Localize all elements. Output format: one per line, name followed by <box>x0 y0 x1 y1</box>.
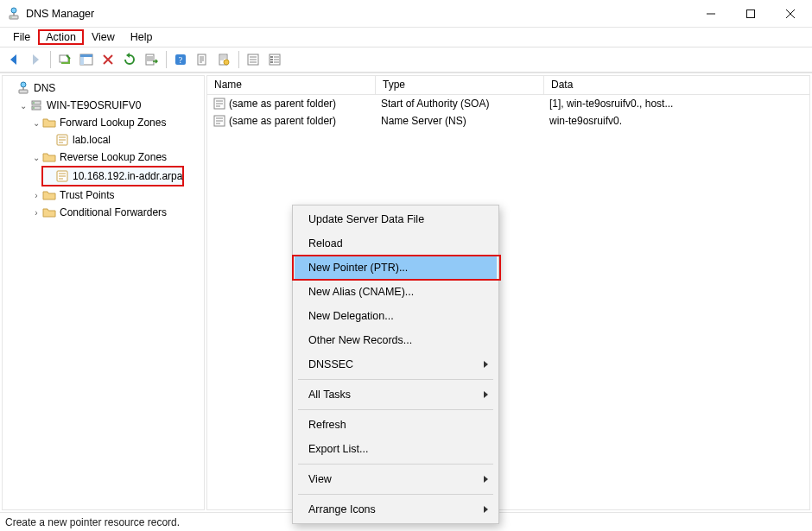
svg-rect-20 <box>270 61 273 63</box>
ctx-refresh[interactable]: Refresh <box>295 413 497 437</box>
cell-type: Start of Authority (SOA) <box>376 98 544 110</box>
menu-action[interactable]: Action <box>38 29 84 45</box>
back-button[interactable] <box>3 49 24 70</box>
zone-icon <box>55 169 69 183</box>
tree-forward-lookup-zones[interactable]: ⌄ Forward Lookup Zones <box>30 114 202 131</box>
toolbar-separator <box>166 51 167 68</box>
collapse-icon[interactable]: ⌄ <box>17 101 29 111</box>
tree-zone-lab-local[interactable]: lab.local <box>43 131 202 149</box>
tree-root-dns[interactable]: DNS <box>4 79 202 97</box>
maximize-button[interactable] <box>731 0 771 27</box>
list-row[interactable]: (same as parent folder) Name Server (NS)… <box>207 112 809 130</box>
tree-reverse-lookup-zones[interactable]: ⌄ Reverse Lookup Zones <box>30 149 202 166</box>
svg-point-3 <box>10 16 11 17</box>
cell-type: Name Server (NS) <box>376 115 544 127</box>
toolbar-separator <box>50 51 51 68</box>
ctx-new-delegation[interactable]: New Delegation... <box>295 304 497 328</box>
menubar: File Action View Help <box>0 28 812 47</box>
window-title: DNS Manager <box>26 8 691 20</box>
tree-label: Forward Lookup Zones <box>60 117 166 129</box>
svg-point-0 <box>11 8 16 13</box>
col-name[interactable]: Name <box>207 76 376 94</box>
folder-icon <box>42 150 56 164</box>
ctx-export-list[interactable]: Export List... <box>295 437 497 461</box>
tree-label: lab.local <box>73 134 111 146</box>
export-list-button[interactable] <box>141 49 162 70</box>
ctx-reload[interactable]: Reload <box>295 231 497 256</box>
list-body: (same as parent folder) Start of Authori… <box>207 95 809 130</box>
expand-icon[interactable]: › <box>30 191 42 200</box>
svg-point-15 <box>224 60 229 65</box>
context-menu: Update Server Data File Reload New Point… <box>292 205 499 524</box>
titlebar: DNS Manager <box>0 0 812 28</box>
ctx-separator <box>298 494 493 495</box>
ctx-other-new-records[interactable]: Other New Records... <box>295 328 497 352</box>
cell-data: win-te9osruifv0. <box>544 115 809 127</box>
collapse-icon[interactable]: ⌄ <box>30 153 42 162</box>
record-icon <box>213 114 226 128</box>
forward-button[interactable] <box>25 49 46 70</box>
ctx-new-alias-cname[interactable]: New Alias (CNAME)... <box>295 280 497 304</box>
list-view-button[interactable] <box>264 49 285 70</box>
server-icon <box>29 98 43 112</box>
ctx-arrange-icons[interactable]: Arrange Icons <box>295 497 497 522</box>
ctx-new-pointer-ptr[interactable]: New Pointer (PTR)... <box>295 256 497 280</box>
ctx-view[interactable]: View <box>295 467 497 491</box>
help-button[interactable]: ? <box>170 49 191 70</box>
folder-icon <box>42 205 56 219</box>
new-window-button[interactable] <box>54 49 75 70</box>
menu-file[interactable]: File <box>5 29 38 45</box>
record-icon <box>213 97 226 111</box>
menu-help[interactable]: Help <box>123 29 161 45</box>
tree-label: DNS <box>34 82 55 94</box>
menu-view[interactable]: View <box>84 29 123 45</box>
ctx-update-server-data-file[interactable]: Update Server Data File <box>295 207 497 231</box>
collapse-icon[interactable]: ⌄ <box>30 118 42 128</box>
toolbar-separator <box>238 51 239 68</box>
tree-trust-points[interactable]: › Trust Points <box>30 186 202 204</box>
console-pane-button[interactable] <box>76 49 97 70</box>
ctx-separator <box>298 464 493 465</box>
tree-label: 10.168.192.in-addr.arpa <box>73 170 182 182</box>
svg-rect-10 <box>146 54 154 65</box>
refresh-button[interactable] <box>119 49 140 70</box>
svg-point-26 <box>33 102 35 104</box>
tree-conditional-forwarders[interactable]: › Conditional Forwarders <box>30 204 202 221</box>
delete-button[interactable] <box>98 49 118 70</box>
svg-rect-18 <box>270 56 273 58</box>
filter-button[interactable] <box>213 49 234 70</box>
col-data[interactable]: Data <box>544 76 809 94</box>
toolbar: ? <box>0 47 812 73</box>
detail-view-button[interactable] <box>243 49 263 70</box>
svg-rect-13 <box>198 54 206 65</box>
close-button[interactable] <box>771 0 810 27</box>
tree-label: Trust Points <box>60 189 115 201</box>
statusbar-text: Create a new pointer resource record. <box>5 516 180 528</box>
cell-name: (same as parent folder) <box>229 98 336 110</box>
dns-app-icon <box>7 7 21 21</box>
properties-button[interactable] <box>192 49 213 70</box>
tree-label: Conditional Forwarders <box>60 206 167 218</box>
dns-root-icon <box>16 81 30 95</box>
tree-label: WIN-TE9OSRUIFV0 <box>47 99 141 111</box>
minimize-button[interactable] <box>691 0 731 27</box>
svg-text:?: ? <box>179 55 183 65</box>
tree-server[interactable]: ⌄ WIN-TE9OSRUIFV0 <box>17 97 202 114</box>
svg-rect-4 <box>747 9 755 17</box>
expand-icon[interactable]: › <box>30 208 42 218</box>
svg-point-27 <box>33 107 35 109</box>
cell-name: (same as parent folder) <box>229 115 336 127</box>
list-row[interactable]: (same as parent folder) Start of Authori… <box>207 95 809 112</box>
folder-icon <box>42 116 56 130</box>
tree-pane[interactable]: DNS ⌄ WIN-TE9OSRUIFV0 <box>2 75 205 510</box>
svg-point-21 <box>21 82 26 87</box>
ctx-dnssec[interactable]: DNSSEC <box>295 352 497 376</box>
ctx-separator <box>298 409 493 410</box>
svg-rect-19 <box>270 59 273 60</box>
svg-rect-23 <box>19 90 28 93</box>
col-type[interactable]: Type <box>376 76 544 94</box>
ctx-all-tasks[interactable]: All Tasks <box>295 382 497 407</box>
list-header: Name Type Data <box>207 76 809 95</box>
tree-zone-reverse-selected[interactable]: 10.168.192.in-addr.arpa <box>43 168 182 185</box>
folder-icon <box>42 188 56 202</box>
